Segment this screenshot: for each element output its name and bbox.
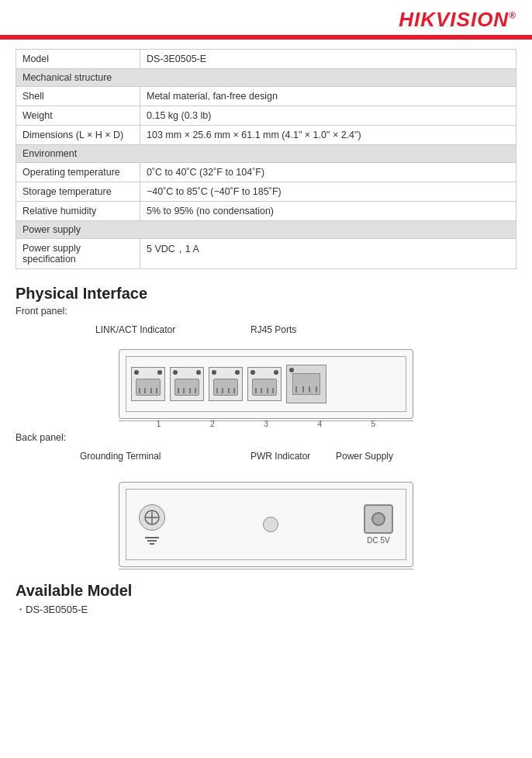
- port-3-led-right: [235, 370, 240, 375]
- front-panel-box: 1 2 3 4 5: [119, 349, 413, 419]
- back-panel-ruler: [72, 567, 460, 569]
- grounding-label: Grounding Terminal: [80, 451, 161, 462]
- model-item: ・DS-3E0505-E: [16, 603, 516, 617]
- port-2-teeth: [175, 388, 199, 393]
- model-items: ・DS-3E0505-E: [16, 603, 516, 617]
- physical-interface-title: Physical Interface: [16, 285, 516, 303]
- port-3-teeth: [214, 388, 237, 393]
- ground-line-1: [145, 537, 159, 538]
- available-model-title: Available Model: [16, 582, 516, 600]
- link-act-label: LINK/ACT Indicator: [95, 324, 175, 335]
- port-num-1: 1: [157, 420, 161, 428]
- tooth: [156, 388, 157, 393]
- power-supply-label: Power Supply: [336, 451, 393, 462]
- power-supply-connector: DC 5V: [364, 504, 393, 545]
- port-4-connector: [252, 379, 277, 396]
- header: HIKVISION®: [0, 0, 532, 35]
- back-panel-label: Back panel:: [16, 432, 516, 443]
- port-1-led-right: [157, 370, 162, 375]
- port-4-teeth: [253, 388, 276, 393]
- port-numbers: 1 2 3 4 5: [119, 418, 413, 430]
- ground-line-2: [147, 540, 157, 542]
- spec-table: ModelDS-3E0505-EMechanical structureShel…: [16, 49, 516, 269]
- physical-interface-section: Physical Interface Front panel: LINK/ACT…: [0, 269, 532, 617]
- back-panel-box-wrapper: DC 5V: [72, 482, 460, 567]
- spec-table-container: ModelDS-3E0505-EMechanical structureShel…: [0, 49, 532, 269]
- port-num-4: 4: [317, 420, 322, 428]
- rj45-label: RJ45 Ports: [250, 324, 296, 335]
- port-3: [209, 367, 243, 401]
- port-5-connector: [292, 373, 320, 395]
- back-panel-diagram: Grounding Terminal PWR Indicator Power S…: [72, 451, 460, 569]
- port-4-led-right: [274, 370, 278, 375]
- logo: HIKVISION®: [399, 8, 516, 32]
- ground-cross-symbol: [145, 537, 159, 545]
- port-1: [131, 367, 165, 401]
- port-num-5: 5: [371, 420, 376, 428]
- tooth: [144, 388, 146, 393]
- dc-inner: [371, 512, 385, 526]
- port-3-led-left: [212, 370, 216, 375]
- port-5: [286, 365, 326, 403]
- port-3-connector: [213, 379, 238, 396]
- port-2: [170, 367, 204, 401]
- port-2-led-left: [173, 370, 178, 375]
- dc-connector: [364, 504, 393, 534]
- back-panel-top-labels: Grounding Terminal PWR Indicator Power S…: [72, 451, 460, 480]
- grounding-circle: [139, 504, 165, 531]
- ground-line-3: [150, 543, 154, 545]
- dc-label: DC 5V: [367, 536, 389, 545]
- logo-reg: ®: [509, 10, 516, 21]
- port-1-connector: [136, 379, 161, 396]
- red-bar: [0, 35, 532, 40]
- port-1-led-left: [134, 370, 139, 375]
- grounding-terminal: [139, 504, 165, 545]
- tooth: [139, 388, 140, 393]
- ruler-line-back: [119, 569, 413, 569]
- tooth: [150, 388, 152, 393]
- port-1-teeth: [136, 388, 160, 393]
- port-num-2: 2: [210, 420, 215, 428]
- grounding-icon: [143, 509, 161, 526]
- back-panel-inner: DC 5V: [126, 489, 406, 560]
- front-panel-box-wrapper: 1 2 3 4 5: [72, 349, 460, 419]
- pwr-indicator: [263, 517, 278, 532]
- available-model-section: Available Model ・DS-3E0505-E: [16, 582, 516, 617]
- front-panel-diagram: LINK/ACT Indicator RJ45 Ports: [72, 324, 460, 421]
- front-panel-inner: [126, 356, 406, 412]
- port-5-teeth: [293, 386, 320, 393]
- back-panel-box: DC 5V: [119, 482, 413, 567]
- front-panel-top-labels: LINK/ACT Indicator RJ45 Ports: [72, 324, 460, 348]
- port-2-connector: [174, 379, 199, 396]
- port-5-led-left: [289, 368, 294, 372]
- pwr-circle: [263, 517, 278, 532]
- port-4-led-left: [250, 370, 255, 375]
- port-num-3: 3: [264, 420, 268, 428]
- port-2-led-right: [196, 370, 201, 375]
- front-panel-label: Front panel:: [16, 306, 516, 317]
- logo-text: HIKVISION: [399, 8, 509, 31]
- port-4: [247, 367, 282, 401]
- pwr-indicator-label: PWR Indicator: [250, 451, 310, 462]
